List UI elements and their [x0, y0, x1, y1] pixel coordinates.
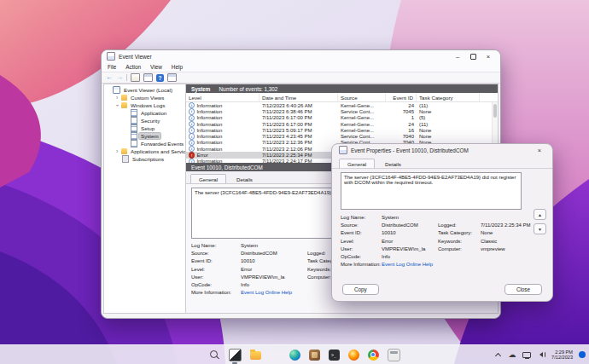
terminal-icon[interactable]: >_ [329, 350, 340, 361]
menu-item-view[interactable]: View [150, 64, 162, 70]
tree-item-subscriptions[interactable]: Subscriptions [104, 155, 185, 163]
tree-item-label: Subscriptions [131, 156, 166, 162]
field-value-computer: vmpreview [481, 246, 532, 251]
notification-badge[interactable] [579, 351, 586, 358]
open-saved-log-icon[interactable] [131, 73, 140, 82]
dialog-titlebar[interactable]: Event Properties - Event 10010, Distribu… [332, 144, 552, 156]
action-pane-icon[interactable] [167, 73, 177, 82]
photos-icon[interactable] [309, 350, 320, 361]
dialog-tab-general[interactable]: General [339, 159, 375, 168]
minimize-button[interactable]: – [451, 51, 464, 61]
tree-item-applications-and-services-logs[interactable]: ›Applications and Services Logs [104, 147, 185, 155]
dialog-tab-details[interactable]: Details [376, 159, 410, 168]
cell: Kernel-Gene... [338, 128, 386, 133]
tree-item-windows-logs[interactable]: ›Windows Logs [104, 101, 185, 109]
event-count: Number of events: 1,302 [219, 86, 277, 92]
dialog-body: The server {3CFC164F-4BE5-4FDD-94E9-E2AF… [332, 169, 552, 267]
start-icon[interactable] [190, 350, 201, 361]
table-row[interactable]: iInformation7/11/2023 6:38:46 PMService … [186, 108, 498, 114]
tree-item-forwarded-events[interactable]: Forwarded Events [104, 140, 185, 147]
column-header-event-id[interactable]: Event ID [386, 93, 417, 101]
cell: 7/11/2023 2:12:06 PM [260, 147, 338, 152]
expand-chevron-icon[interactable]: › [114, 95, 120, 101]
file-explorer-icon[interactable] [250, 351, 261, 360]
scrollbar-thumb[interactable] [493, 104, 497, 118]
field-label-opcode: OpCode: [191, 282, 241, 287]
forward-arrow-icon[interactable]: → [116, 73, 123, 82]
cell: 16 [386, 128, 417, 133]
column-header-level[interactable]: Level [186, 93, 260, 101]
close-button[interactable]: × [481, 51, 495, 61]
table-row[interactable]: iInformation7/11/2023 6:17:00 PMKernel-G… [186, 115, 498, 121]
root-icon [113, 86, 120, 94]
maximize-button[interactable] [466, 51, 480, 61]
tray-chevron-up-icon[interactable] [493, 350, 502, 359]
expand-chevron-icon[interactable]: › [114, 148, 120, 154]
log-icon [131, 117, 137, 124]
cell: Kernel-Gene... [338, 103, 386, 108]
dialog-message-box[interactable]: The server {3CFC164F-4BE5-4FDD-94E9-E2AF… [341, 172, 522, 210]
table-row[interactable]: iInformation7/11/2023 6:17:00 PMKernel-G… [186, 121, 498, 127]
table-row[interactable]: iInformation7/11/2023 4:23:45 PMService … [186, 133, 498, 139]
toolbar-separator [126, 74, 127, 81]
cell: Kernel-Gene... [338, 115, 386, 120]
column-header-source[interactable]: Source [338, 93, 386, 101]
cell: None [417, 109, 480, 114]
back-arrow-icon[interactable]: ← [106, 73, 113, 82]
tree-item-application[interactable]: Application [104, 109, 185, 117]
previous-event-button[interactable]: ▲ [534, 209, 546, 220]
level-cell: Information [196, 122, 222, 127]
next-event-button[interactable]: ▼ [534, 223, 546, 234]
help-icon[interactable]: ? [156, 74, 164, 82]
tree-item-event-viewer-local-[interactable]: Event Viewer (Local) [104, 86, 185, 94]
menu-item-help[interactable]: Help [172, 64, 183, 70]
tree-item-system[interactable]: System [104, 132, 185, 140]
expand-chevron-icon[interactable]: › [114, 103, 120, 108]
display-icon[interactable] [522, 350, 531, 359]
table-row[interactable]: iInformation7/11/2023 5:09:17 PMKernel-G… [186, 127, 498, 133]
taskbar-icons: >_ [190, 345, 400, 364]
log-name-title: System [191, 86, 210, 92]
dialog-close-icon[interactable]: × [534, 147, 545, 154]
cell: 7/11/2023 2:12:36 PM [260, 140, 338, 145]
folder-icon [121, 102, 127, 108]
settings-icon[interactable] [270, 350, 281, 361]
window-titlebar[interactable]: Event Viewer – × [102, 50, 500, 62]
dialog-tabs: GeneralDetails [332, 156, 552, 169]
field-label-task_category: Task Category: [438, 230, 481, 235]
cell: None [417, 128, 480, 133]
field-label-blank [438, 215, 481, 220]
console-tree-icon[interactable] [143, 73, 153, 82]
event-viewer-icon[interactable] [229, 349, 242, 361]
tree-item-label: Application [139, 110, 168, 116]
volume-icon[interactable] [537, 350, 545, 359]
tree-item-setup[interactable]: Setup [104, 124, 185, 132]
cell: (11) [417, 122, 480, 127]
table-row[interactable]: iInformation7/12/2023 6:40:26 AMKernel-G… [186, 102, 498, 108]
menu-item-action[interactable]: Action [125, 64, 141, 70]
copy-button[interactable]: Copy [342, 284, 379, 295]
cell: Kernel-Gene... [338, 122, 386, 127]
system-tray[interactable]: ☁ 2:29 PM 7/12/2023 [493, 345, 586, 364]
cell: 7/11/2023 4:23:45 PM [260, 134, 338, 139]
calculator-icon[interactable] [388, 349, 400, 361]
tree-item-custom-views[interactable]: ›Custom Views [104, 94, 185, 101]
field-label-more_info: More Information: [191, 290, 241, 295]
event-log-online-help-link[interactable]: Event Log Online Help [382, 262, 532, 267]
level-cell: Information [196, 159, 222, 163]
preview-tab-details[interactable]: Details [228, 174, 261, 183]
search-icon[interactable] [209, 350, 220, 361]
column-header-task-category[interactable]: Task Category [417, 93, 480, 101]
cell: 7/11/2023 2:25:34 PM [260, 153, 338, 158]
edge-icon[interactable] [289, 350, 300, 361]
tree-item-security[interactable]: Security [104, 117, 185, 124]
column-header-date-and-time[interactable]: Date and Time [260, 93, 338, 101]
taskbar-clock[interactable]: 2:29 PM 7/12/2023 [551, 350, 573, 361]
event-properties-dialog: Event Properties - Event 10010, Distribu… [331, 143, 553, 302]
menu-item-file[interactable]: File [108, 64, 116, 70]
onedrive-cloud-icon[interactable]: ☁ [508, 350, 516, 359]
firefox-icon[interactable] [348, 350, 359, 361]
dialog-close-button[interactable]: Close [504, 284, 542, 295]
preview-tab-general[interactable]: General [190, 174, 226, 183]
chrome-icon[interactable] [368, 350, 379, 361]
